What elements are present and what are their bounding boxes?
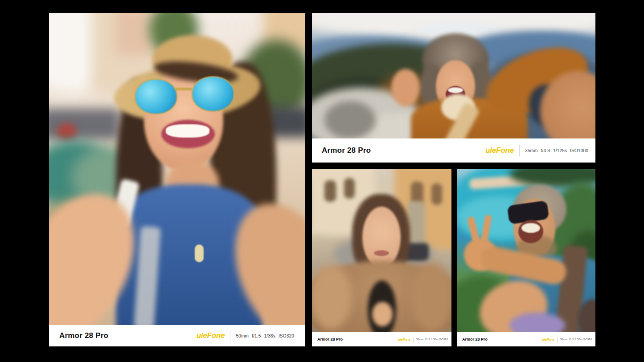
product-name: Armor 28 Pro — [462, 337, 488, 342]
photo-card-bottom-right: Armor 28 Pro uleFone 50mm f/1.5 1/36s IS… — [457, 169, 595, 346]
product-name: Armor 28 Pro — [59, 331, 108, 340]
caption-divider — [557, 337, 558, 342]
photo-card-top-right: Armor 28 Pro uleFone 35mm f/4.8 1/125s I… — [312, 13, 595, 163]
art-face-woman — [362, 207, 401, 268]
art-beckoning-hand — [391, 69, 420, 106]
ulefone-logo: uleFone — [485, 146, 514, 155]
ulefone-logo: uleFone — [197, 331, 225, 340]
art-cross-pendant — [195, 244, 204, 262]
photo-card-bottom-middle: Armor 28 Pro uleFone 50mm f/1.5 1/36s IS… — [312, 169, 451, 346]
caption-bar: Armor 28 Pro uleFone 50mm f/1.5 1/36s IS… — [49, 325, 305, 346]
exif-info: 50mm f/1.5 1/36s ISO320 — [416, 338, 448, 341]
art-teeth — [166, 124, 209, 138]
photo-collage-canvas: Armor 28 Pro uleFone 50mm f/1.5 1/36s IS… — [0, 0, 644, 362]
photo-card-left: Armor 28 Pro uleFone 50mm f/1.5 1/36s IS… — [49, 13, 305, 346]
caption-divider — [413, 337, 414, 342]
caption-divider — [519, 145, 520, 156]
art-window-2 — [344, 178, 355, 199]
ulefone-logo: uleFone — [542, 338, 554, 342]
art-building-pink — [116, 13, 152, 55]
art-sunglasses-right-lens — [192, 76, 234, 112]
photo-man-lake-selfie — [457, 169, 595, 332]
exif-info: 35mm f/4.8 1/125s ISO1000 — [525, 148, 588, 153]
caption-bar: Armor 28 Pro uleFone 50mm f/1.5 1/36s IS… — [457, 332, 595, 346]
art-fountain — [408, 201, 425, 247]
caption-divider — [230, 330, 230, 342]
art-coat-fluff-right — [411, 263, 451, 332]
art-hand-woman — [372, 302, 393, 326]
exif-info: 50mm f/1.5 1/36s ISO320 — [560, 338, 592, 341]
caption-bar: Armor 28 Pro uleFone 35mm f/4.8 1/125s I… — [312, 138, 595, 163]
exif-info: 50mm f/1.5 1/36s ISO320 — [236, 334, 294, 338]
photo-man-mountain-selfie — [312, 13, 595, 138]
art-sunglasses-bridge — [175, 88, 193, 90]
photo-woman-street-portrait — [312, 169, 451, 332]
art-window-4 — [431, 183, 442, 205]
art-teeth-man — [448, 87, 463, 93]
product-name: Armor 28 Pro — [322, 146, 371, 155]
art-teeth-lake-man — [521, 223, 540, 233]
photo-woman-city-selfie — [49, 13, 305, 325]
caption-bar: Armor 28 Pro uleFone 50mm f/1.5 1/36s IS… — [312, 332, 451, 346]
art-window-1 — [324, 180, 336, 202]
product-name: Armor 28 Pro — [317, 337, 343, 342]
art-sunglasses-left-lens — [135, 79, 177, 114]
art-lips — [374, 250, 389, 256]
art-red-detail — [57, 123, 77, 140]
ulefone-logo: uleFone — [398, 338, 410, 342]
art-rock-shadow — [324, 101, 376, 138]
